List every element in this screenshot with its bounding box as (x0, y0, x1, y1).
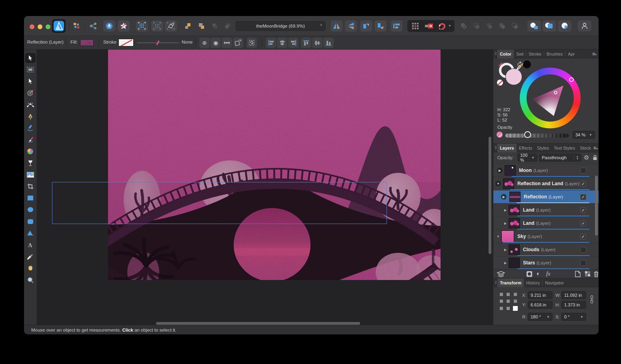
new-layer-icon[interactable] (575, 271, 581, 277)
disclosure-triangle[interactable]: ▶ (501, 194, 507, 200)
saturation-lightness-selector[interactable] (554, 91, 557, 94)
delete-layer-icon[interactable] (593, 271, 599, 277)
tab-appearance[interactable]: Apr (565, 50, 577, 58)
grid-options-button[interactable] (410, 20, 421, 32)
lock-icon[interactable] (593, 155, 597, 160)
pencil-tool[interactable] (26, 124, 35, 132)
layers-opacity-dropdown[interactable]: 100 %▼ (517, 154, 537, 162)
move-to-front-button[interactable] (209, 20, 221, 32)
alignment-button[interactable] (391, 20, 403, 32)
x-field[interactable]: 9.211 in (528, 291, 553, 299)
no-color-swatch[interactable] (497, 79, 503, 86)
zoom-tool[interactable] (26, 276, 35, 284)
artboard-tool[interactable] (26, 65, 35, 74)
fill-tool[interactable] (26, 159, 35, 168)
layer-visibility-checkbox[interactable]: ✓ (580, 234, 586, 240)
rounded-rectangle-tool[interactable] (26, 217, 35, 226)
y-field[interactable]: 6.616 in (528, 301, 553, 309)
fill-swatch[interactable] (80, 39, 94, 46)
marquee-selection-button[interactable] (136, 20, 148, 32)
force-pixel-alignment-button[interactable] (423, 20, 435, 32)
stroke-width-value[interactable]: None (182, 40, 193, 44)
flip-horizontal-button[interactable] (331, 20, 343, 32)
layer-row-selected[interactable]: ▶ Reflection(Layer) ✓ (493, 190, 599, 203)
layer-effects-icon[interactable]: fx (546, 271, 550, 277)
tab-styles[interactable]: Styles (535, 144, 551, 152)
stroke-width-slider[interactable] (137, 42, 179, 43)
tab-color[interactable]: Color (497, 50, 514, 58)
panel-drag-handle[interactable]: ‖ (495, 146, 496, 150)
marquee-subtract-button[interactable] (151, 20, 163, 32)
boolean-subtract-button[interactable] (471, 20, 482, 32)
layer-thumbnail[interactable] (509, 218, 520, 228)
ellipse-tool[interactable] (26, 205, 35, 214)
color-wheel[interactable] (520, 68, 581, 128)
close-window-button[interactable] (30, 24, 34, 29)
link-dimensions-icon[interactable] (590, 295, 593, 304)
toggle-ui-icon-button[interactable] (71, 20, 82, 32)
move-backward-button[interactable] (195, 20, 207, 32)
tab-swatches[interactable]: Swt (514, 50, 526, 58)
new-pixel-layer-icon[interactable] (585, 271, 591, 277)
layer-visibility-checkbox[interactable]: ✓ (580, 194, 586, 200)
blend-mode-dropdown[interactable]: Passthrough ▲▼ (539, 154, 581, 162)
move-to-back-button[interactable] (222, 20, 234, 32)
layer-thumbnail[interactable] (509, 205, 520, 215)
account-button[interactable] (578, 20, 591, 32)
tab-layers[interactable]: Layers (497, 144, 516, 152)
tab-transform[interactable]: Transform (497, 278, 524, 287)
vector-crop-tool[interactable] (26, 182, 35, 191)
show-selection-button[interactable]: ◉ (210, 38, 221, 48)
shear-dropdown[interactable]: 0 °▼ (561, 313, 586, 321)
corner-tool[interactable] (26, 100, 35, 109)
colour-tool[interactable] (26, 147, 35, 156)
boolean-intersect-button[interactable] (484, 20, 495, 32)
layer-thumbnail[interactable] (503, 178, 514, 189)
colour-picker-tool[interactable] (26, 252, 35, 261)
layer-visibility-checkbox[interactable] (580, 168, 586, 174)
picked-color-swatch[interactable] (523, 60, 531, 68)
layer-row[interactable]: ▶ Stars(Layer) (493, 256, 599, 269)
layer-thumbnail[interactable] (509, 258, 520, 268)
opacity-value-dropdown[interactable]: 34 %▼ (573, 131, 595, 139)
disclosure-triangle[interactable]: ▼ (495, 235, 501, 238)
flip-vertical-button[interactable] (345, 20, 357, 32)
tab-text-styles[interactable]: Text Styles (551, 144, 577, 152)
align-top-button[interactable] (301, 38, 311, 48)
layer-row[interactable]: ▼ Sky(Layer) ✓ (493, 230, 599, 243)
pen-tool[interactable] (26, 112, 35, 121)
disclosure-triangle[interactable]: ▼ (495, 181, 501, 186)
shape-tool[interactable] (26, 229, 35, 238)
rotate-counterclockwise-button[interactable] (360, 20, 372, 32)
rotation-dropdown[interactable]: 180 °▼ (528, 313, 553, 321)
layer-row[interactable]: ▶ Clouds(Layer) (493, 243, 599, 256)
blend-options-gear-icon[interactable]: ⚙ (584, 154, 589, 161)
disclosure-triangle[interactable]: ▶ (502, 222, 509, 225)
canvas-area[interactable] (37, 50, 493, 325)
align-left-button[interactable] (266, 38, 276, 48)
opacity-slider-knob[interactable] (524, 131, 531, 138)
cycle-selection-box-button[interactable]: ⊕ (199, 38, 210, 48)
vector-brush-tool[interactable] (26, 135, 35, 144)
layers-stack-icon[interactable] (497, 271, 505, 277)
layer-thumbnail[interactable] (509, 192, 521, 202)
pixel-persona-button[interactable] (118, 20, 130, 32)
opacity-slider[interactable] (505, 134, 569, 138)
disclosure-triangle[interactable]: ▶ (502, 208, 509, 212)
stroke-width-slider-handle[interactable] (156, 40, 159, 45)
transform-objects-separately-button[interactable] (233, 38, 243, 48)
mirror-button[interactable] (222, 38, 232, 48)
layer-row[interactable]: ▼ Reflection and Land(Layer) ✓ (493, 177, 599, 190)
panel-menu-icon[interactable]: ≡▾ (592, 51, 597, 57)
move-forward-button[interactable] (182, 20, 194, 32)
affinity-designer-app-icon[interactable] (52, 19, 66, 33)
rotate-clockwise-button[interactable] (375, 20, 387, 32)
artistic-text-tool[interactable]: A (26, 240, 35, 249)
align-right-button[interactable] (288, 38, 298, 48)
point-transform-tool[interactable] (26, 89, 35, 98)
tab-navigator[interactable]: Navigator (543, 278, 566, 287)
document-title[interactable]: theMoonBridge (69.9%) * (235, 21, 326, 31)
stroke-swatch[interactable] (118, 39, 134, 46)
snapping-dropdown-caret[interactable]: ▼ (448, 24, 451, 28)
boolean-divide-button[interactable] (497, 20, 507, 32)
